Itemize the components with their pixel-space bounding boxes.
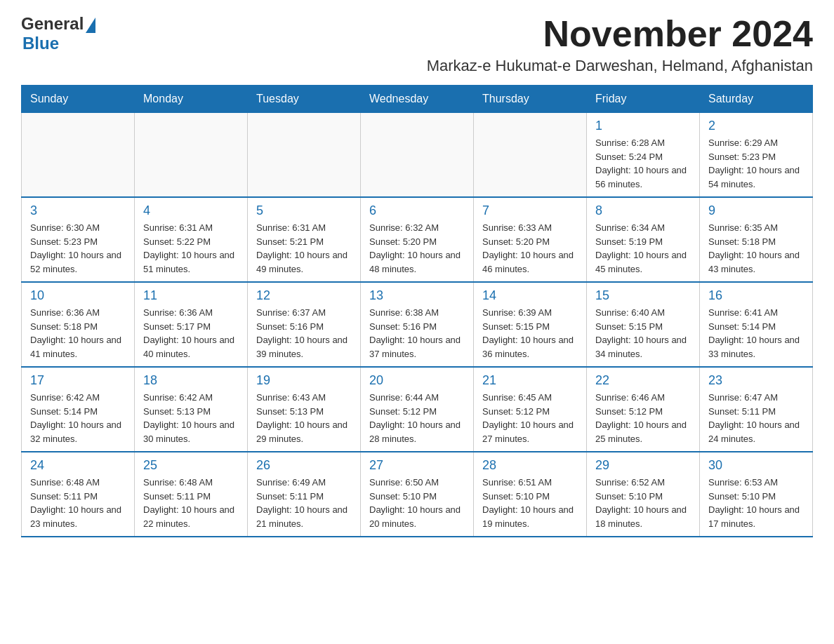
day-info: Sunrise: 6:47 AM Sunset: 5:11 PM Dayligh…	[708, 391, 804, 445]
day-number: 21	[482, 373, 578, 388]
day-info: Sunrise: 6:50 AM Sunset: 5:10 PM Dayligh…	[369, 476, 465, 530]
weekday-header-sunday: Sunday	[22, 86, 135, 113]
day-info: Sunrise: 6:48 AM Sunset: 5:11 PM Dayligh…	[143, 476, 239, 530]
day-number: 24	[30, 458, 126, 473]
weekday-header-friday: Friday	[587, 86, 700, 113]
calendar-day-cell: 13Sunrise: 6:38 AM Sunset: 5:16 PM Dayli…	[361, 282, 474, 367]
calendar-day-cell	[248, 113, 361, 198]
calendar-header: SundayMondayTuesdayWednesdayThursdayFrid…	[22, 86, 813, 113]
day-info: Sunrise: 6:34 AM Sunset: 5:19 PM Dayligh…	[595, 221, 691, 276]
calendar-day-cell: 4Sunrise: 6:31 AM Sunset: 5:22 PM Daylig…	[135, 197, 248, 282]
calendar-day-cell: 20Sunrise: 6:44 AM Sunset: 5:12 PM Dayli…	[361, 367, 474, 452]
calendar-day-cell	[22, 113, 135, 198]
calendar-day-cell: 23Sunrise: 6:47 AM Sunset: 5:11 PM Dayli…	[700, 367, 813, 452]
day-number: 28	[482, 458, 578, 473]
day-info: Sunrise: 6:41 AM Sunset: 5:14 PM Dayligh…	[708, 306, 804, 361]
calendar-day-cell: 17Sunrise: 6:42 AM Sunset: 5:14 PM Dayli…	[22, 367, 135, 452]
day-number: 1	[595, 119, 691, 133]
day-info: Sunrise: 6:42 AM Sunset: 5:14 PM Dayligh…	[30, 391, 126, 445]
logo-blue-text: Blue	[22, 34, 59, 53]
day-number: 6	[369, 203, 465, 218]
day-info: Sunrise: 6:31 AM Sunset: 5:22 PM Dayligh…	[143, 221, 239, 276]
day-info: Sunrise: 6:52 AM Sunset: 5:10 PM Dayligh…	[595, 476, 691, 530]
day-number: 11	[143, 288, 239, 303]
calendar-day-cell: 10Sunrise: 6:36 AM Sunset: 5:18 PM Dayli…	[22, 282, 135, 367]
calendar-day-cell: 25Sunrise: 6:48 AM Sunset: 5:11 PM Dayli…	[135, 452, 248, 537]
calendar-day-cell: 29Sunrise: 6:52 AM Sunset: 5:10 PM Dayli…	[587, 452, 700, 537]
day-number: 12	[256, 288, 352, 303]
calendar-day-cell: 16Sunrise: 6:41 AM Sunset: 5:14 PM Dayli…	[700, 282, 813, 367]
day-info: Sunrise: 6:46 AM Sunset: 5:12 PM Dayligh…	[595, 391, 691, 445]
day-number: 26	[256, 458, 352, 473]
logo-general-text: General	[21, 14, 84, 34]
day-info: Sunrise: 6:43 AM Sunset: 5:13 PM Dayligh…	[256, 391, 352, 445]
day-number: 22	[595, 373, 691, 388]
logo-triangle-icon	[86, 18, 95, 33]
day-number: 8	[595, 203, 691, 218]
day-info: Sunrise: 6:37 AM Sunset: 5:16 PM Dayligh…	[256, 306, 352, 361]
day-number: 23	[708, 373, 804, 388]
day-number: 5	[256, 203, 352, 218]
day-info: Sunrise: 6:36 AM Sunset: 5:18 PM Dayligh…	[30, 306, 126, 361]
day-info: Sunrise: 6:33 AM Sunset: 5:20 PM Dayligh…	[482, 221, 578, 276]
calendar-day-cell: 21Sunrise: 6:45 AM Sunset: 5:12 PM Dayli…	[474, 367, 587, 452]
day-info: Sunrise: 6:53 AM Sunset: 5:10 PM Dayligh…	[708, 476, 804, 530]
day-number: 25	[143, 458, 239, 473]
weekday-header-tuesday: Tuesday	[248, 86, 361, 113]
day-info: Sunrise: 6:48 AM Sunset: 5:11 PM Dayligh…	[30, 476, 126, 530]
calendar-day-cell: 5Sunrise: 6:31 AM Sunset: 5:21 PM Daylig…	[248, 197, 361, 282]
weekday-header-monday: Monday	[135, 86, 248, 113]
day-number: 10	[30, 288, 126, 303]
calendar-day-cell: 14Sunrise: 6:39 AM Sunset: 5:15 PM Dayli…	[474, 282, 587, 367]
calendar-week-row: 3Sunrise: 6:30 AM Sunset: 5:23 PM Daylig…	[22, 197, 813, 282]
calendar-day-cell: 6Sunrise: 6:32 AM Sunset: 5:20 PM Daylig…	[361, 197, 474, 282]
day-info: Sunrise: 6:32 AM Sunset: 5:20 PM Dayligh…	[369, 221, 465, 276]
calendar-week-row: 10Sunrise: 6:36 AM Sunset: 5:18 PM Dayli…	[22, 282, 813, 367]
title-block: November 2024 Markaz-e Hukumat-e Darwesh…	[427, 14, 813, 75]
calendar-day-cell: 27Sunrise: 6:50 AM Sunset: 5:10 PM Dayli…	[361, 452, 474, 537]
day-info: Sunrise: 6:35 AM Sunset: 5:18 PM Dayligh…	[708, 221, 804, 276]
weekday-header-saturday: Saturday	[700, 86, 813, 113]
calendar-week-row: 1Sunrise: 6:28 AM Sunset: 5:24 PM Daylig…	[22, 113, 813, 198]
day-info: Sunrise: 6:29 AM Sunset: 5:23 PM Dayligh…	[708, 136, 804, 191]
weekday-header-thursday: Thursday	[474, 86, 587, 113]
day-info: Sunrise: 6:31 AM Sunset: 5:21 PM Dayligh…	[256, 221, 352, 276]
weekday-header-row: SundayMondayTuesdayWednesdayThursdayFrid…	[22, 86, 813, 113]
calendar-day-cell	[135, 113, 248, 198]
calendar-day-cell: 9Sunrise: 6:35 AM Sunset: 5:18 PM Daylig…	[700, 197, 813, 282]
day-info: Sunrise: 6:51 AM Sunset: 5:10 PM Dayligh…	[482, 476, 578, 530]
day-info: Sunrise: 6:42 AM Sunset: 5:13 PM Dayligh…	[143, 391, 239, 445]
calendar-table: SundayMondayTuesdayWednesdayThursdayFrid…	[21, 85, 813, 537]
day-number: 18	[143, 373, 239, 388]
calendar-day-cell: 19Sunrise: 6:43 AM Sunset: 5:13 PM Dayli…	[248, 367, 361, 452]
calendar-day-cell: 18Sunrise: 6:42 AM Sunset: 5:13 PM Dayli…	[135, 367, 248, 452]
weekday-header-wednesday: Wednesday	[361, 86, 474, 113]
logo: General Blue	[21, 14, 95, 53]
calendar-day-cell	[474, 113, 587, 198]
calendar-week-row: 24Sunrise: 6:48 AM Sunset: 5:11 PM Dayli…	[22, 452, 813, 537]
day-number: 27	[369, 458, 465, 473]
day-info: Sunrise: 6:36 AM Sunset: 5:17 PM Dayligh…	[143, 306, 239, 361]
day-info: Sunrise: 6:28 AM Sunset: 5:24 PM Dayligh…	[595, 136, 691, 191]
calendar-week-row: 17Sunrise: 6:42 AM Sunset: 5:14 PM Dayli…	[22, 367, 813, 452]
day-number: 16	[708, 288, 804, 303]
calendar-day-cell: 30Sunrise: 6:53 AM Sunset: 5:10 PM Dayli…	[700, 452, 813, 537]
calendar-day-cell: 12Sunrise: 6:37 AM Sunset: 5:16 PM Dayli…	[248, 282, 361, 367]
calendar-day-cell: 15Sunrise: 6:40 AM Sunset: 5:15 PM Dayli…	[587, 282, 700, 367]
calendar-day-cell	[361, 113, 474, 198]
day-number: 13	[369, 288, 465, 303]
day-info: Sunrise: 6:44 AM Sunset: 5:12 PM Dayligh…	[369, 391, 465, 445]
day-info: Sunrise: 6:30 AM Sunset: 5:23 PM Dayligh…	[30, 221, 126, 276]
calendar-body: 1Sunrise: 6:28 AM Sunset: 5:24 PM Daylig…	[22, 113, 813, 537]
location-subtitle: Markaz-e Hukumat-e Darweshan, Helmand, A…	[427, 57, 813, 75]
day-number: 20	[369, 373, 465, 388]
calendar-day-cell: 28Sunrise: 6:51 AM Sunset: 5:10 PM Dayli…	[474, 452, 587, 537]
day-number: 4	[143, 203, 239, 218]
day-info: Sunrise: 6:38 AM Sunset: 5:16 PM Dayligh…	[369, 306, 465, 361]
calendar-day-cell: 26Sunrise: 6:49 AM Sunset: 5:11 PM Dayli…	[248, 452, 361, 537]
day-number: 17	[30, 373, 126, 388]
calendar-day-cell: 7Sunrise: 6:33 AM Sunset: 5:20 PM Daylig…	[474, 197, 587, 282]
calendar-day-cell: 22Sunrise: 6:46 AM Sunset: 5:12 PM Dayli…	[587, 367, 700, 452]
day-number: 30	[708, 458, 804, 473]
calendar-day-cell: 11Sunrise: 6:36 AM Sunset: 5:17 PM Dayli…	[135, 282, 248, 367]
